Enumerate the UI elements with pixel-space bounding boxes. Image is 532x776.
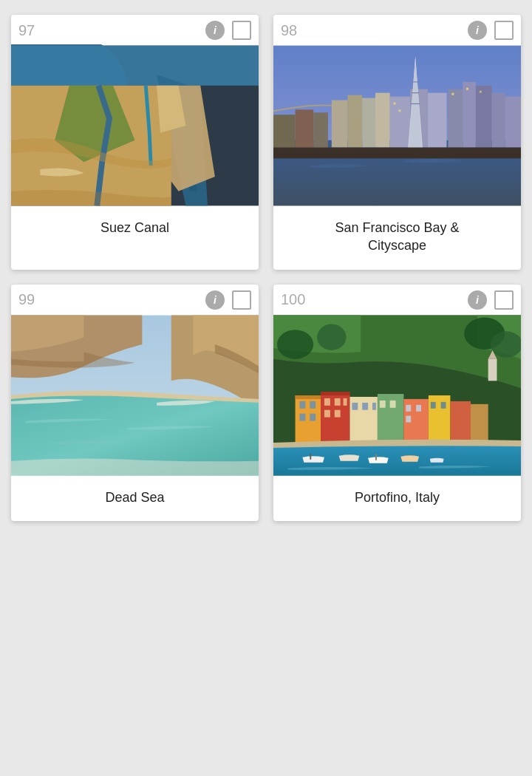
svg-rect-51 — [324, 409, 330, 417]
svg-rect-45 — [310, 413, 316, 421]
card-100-number: 100 — [281, 291, 305, 308]
svg-rect-41 — [296, 395, 321, 399]
svg-rect-2 — [11, 46, 259, 86]
svg-point-35 — [317, 324, 346, 350]
svg-rect-15 — [348, 95, 363, 148]
svg-rect-43 — [310, 401, 316, 408]
card-100-icons: i — [468, 290, 514, 310]
card-97: 97 i — [11, 15, 259, 270]
svg-rect-13 — [428, 93, 447, 148]
card-100-image — [273, 314, 521, 477]
card-97-info-icon[interactable]: i — [205, 21, 225, 40]
card-97-checkbox[interactable] — [232, 21, 251, 40]
svg-rect-11 — [390, 97, 411, 148]
svg-rect-48 — [324, 398, 330, 406]
svg-rect-38 — [488, 358, 497, 381]
card-99-header: 99 i — [11, 285, 259, 314]
svg-rect-26 — [273, 148, 521, 159]
svg-rect-7 — [463, 82, 476, 148]
svg-rect-10 — [505, 97, 521, 148]
card-97-label: Suez Canal — [11, 207, 259, 270]
svg-rect-28 — [466, 88, 468, 90]
svg-rect-42 — [299, 401, 305, 408]
card-100-info-icon[interactable]: i — [468, 290, 487, 310]
svg-rect-17 — [375, 93, 390, 148]
card-99-number: 99 — [18, 291, 35, 308]
svg-rect-59 — [390, 400, 396, 407]
card-97-icons: i — [205, 21, 251, 40]
svg-rect-65 — [431, 401, 436, 408]
svg-rect-49 — [335, 398, 341, 406]
svg-rect-14 — [332, 101, 348, 148]
svg-rect-63 — [406, 415, 411, 422]
svg-rect-58 — [380, 400, 386, 407]
card-98-header: 98 i — [273, 15, 521, 44]
svg-rect-29 — [480, 91, 482, 93]
svg-rect-44 — [299, 413, 305, 421]
svg-rect-55 — [362, 402, 368, 409]
svg-rect-47 — [321, 392, 349, 395]
svg-rect-52 — [335, 409, 341, 417]
card-98-label: San Francisco Bay &Cityscape — [273, 207, 521, 270]
card-97-image — [11, 44, 259, 207]
svg-rect-69 — [310, 453, 311, 459]
card-98-icons: i — [468, 21, 514, 40]
svg-point-34 — [277, 330, 313, 358]
card-100-checkbox[interactable] — [494, 290, 514, 310]
svg-rect-70 — [375, 454, 377, 460]
card-98: 98 i — [273, 15, 521, 270]
svg-rect-30 — [394, 102, 396, 104]
card-97-number: 97 — [18, 22, 35, 39]
svg-rect-54 — [352, 402, 358, 409]
card-99-checkbox[interactable] — [232, 290, 251, 310]
card-99-image — [11, 314, 259, 477]
card-98-info-icon[interactable]: i — [468, 21, 487, 40]
card-grid: 97 i — [11, 15, 521, 521]
svg-rect-6 — [448, 89, 463, 148]
card-99-info-icon[interactable]: i — [205, 290, 225, 310]
card-100-header: 100 i — [273, 285, 521, 314]
card-98-checkbox[interactable] — [494, 21, 514, 40]
svg-rect-56 — [372, 402, 376, 409]
card-98-number: 98 — [281, 22, 297, 39]
svg-rect-66 — [441, 401, 446, 408]
svg-rect-16 — [362, 98, 375, 148]
svg-rect-61 — [406, 404, 411, 411]
svg-rect-27 — [451, 93, 454, 95]
svg-rect-40 — [296, 395, 321, 446]
svg-rect-50 — [344, 398, 347, 406]
svg-rect-8 — [476, 86, 492, 148]
svg-rect-9 — [492, 93, 505, 148]
card-99-icons: i — [205, 290, 251, 310]
svg-point-37 — [491, 331, 521, 357]
card-99-label: Dead Sea — [11, 477, 259, 521]
card-100: 100 i — [273, 285, 521, 521]
svg-rect-31 — [398, 109, 400, 112]
card-99: 99 i — [11, 285, 259, 521]
svg-rect-62 — [416, 404, 421, 411]
card-100-label: Portofino, Italy — [273, 477, 521, 521]
card-98-image — [273, 44, 521, 207]
card-97-header: 97 i — [11, 15, 259, 44]
